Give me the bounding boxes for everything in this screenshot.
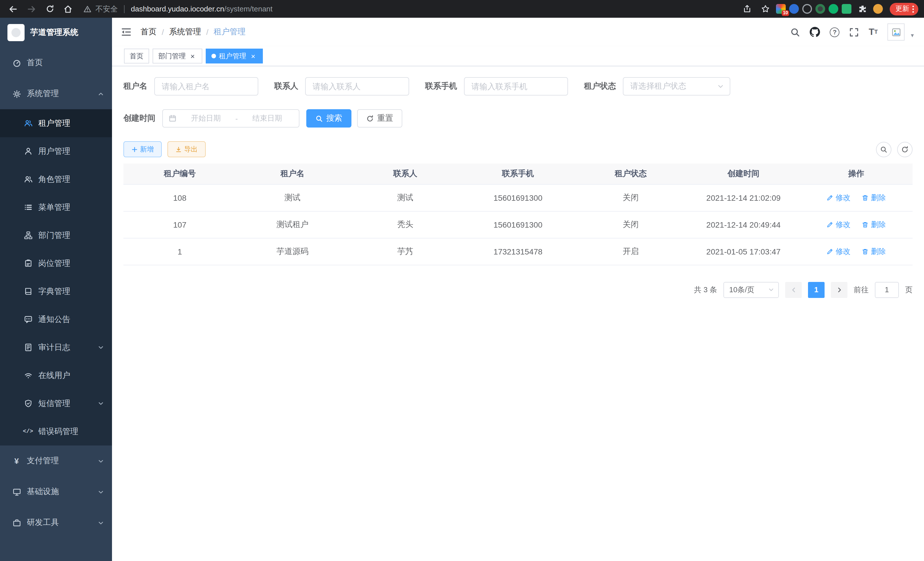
table-header-row: 租户编号 租户名 联系人 联系手机 租户状态 创建时间 操作 <box>123 164 913 184</box>
monitor-icon <box>12 487 21 496</box>
sidebar-item-online-users[interactable]: 在线用户 <box>0 361 112 390</box>
signal-icon <box>23 371 33 380</box>
close-icon[interactable]: × <box>249 52 257 60</box>
fullscreen-icon[interactable] <box>849 27 859 37</box>
edit-button[interactable]: 修改 <box>826 246 850 256</box>
delete-button[interactable]: 删除 <box>862 193 886 203</box>
edit-button[interactable]: 修改 <box>826 219 850 230</box>
bookmark-star-icon[interactable] <box>758 2 772 16</box>
tab-tenant[interactable]: 租户管理 × <box>206 49 263 63</box>
browser-profile-avatar[interactable] <box>873 4 883 14</box>
goto-page-input[interactable] <box>875 282 899 298</box>
font-size-icon[interactable]: TT <box>868 27 878 37</box>
sidebar-item-error-code[interactable]: </> 错误码管理 <box>0 417 112 445</box>
share-icon[interactable] <box>740 2 754 16</box>
delete-label: 删除 <box>871 193 886 203</box>
sidebar-item-label: 短信管理 <box>38 398 70 409</box>
page-size-value: 10条/页 <box>729 284 754 295</box>
prev-page-button[interactable] <box>785 282 802 298</box>
tenant-name-input[interactable] <box>154 77 258 96</box>
sidebar-item-label: 字典管理 <box>38 286 70 296</box>
extension-icon-2[interactable] <box>789 4 799 14</box>
github-icon[interactable] <box>810 27 820 37</box>
address-bar[interactable]: 不安全 dashboard.yudao.iocoder.cn/system/te… <box>83 4 273 14</box>
sidebar-item-label: 审计日志 <box>38 342 70 353</box>
home-icon[interactable] <box>61 2 75 16</box>
help-icon[interactable]: ? <box>830 27 839 37</box>
breadcrumb-system[interactable]: 系统管理 <box>169 27 201 37</box>
date-range-picker[interactable]: 开始日期 - 结束日期 <box>162 109 299 128</box>
edit-pencil-icon <box>826 221 833 228</box>
chevron-down-icon <box>98 458 104 464</box>
sidebar-item-system[interactable]: 系统管理 <box>0 78 112 109</box>
cell-tenant-name: 测试租户 <box>236 211 349 238</box>
page-1-button[interactable]: 1 <box>808 282 825 298</box>
column-header: 租户名 <box>236 164 349 184</box>
edit-button[interactable]: 修改 <box>826 193 850 203</box>
add-button[interactable]: 新增 <box>123 141 162 157</box>
sidebar-item-post[interactable]: 岗位管理 <box>0 249 112 277</box>
sidebar: 芋道管理系统 首页 系统管理 租户管理 <box>0 18 112 561</box>
log-document-icon <box>23 343 33 352</box>
extension-icon-5[interactable] <box>829 4 838 14</box>
page-size-select[interactable]: 10条/页 <box>723 282 779 298</box>
refresh-table-button[interactable] <box>897 141 913 157</box>
filter-status: 租户状态 请选择租户状态 <box>584 77 730 96</box>
sidebar-item-dict[interactable]: 字典管理 <box>0 277 112 305</box>
back-icon[interactable] <box>6 2 21 16</box>
reset-button[interactable]: 重置 <box>357 109 402 128</box>
browser-update-button[interactable]: 更新 <box>890 3 918 15</box>
search-button-label: 搜索 <box>326 113 342 123</box>
tab-home[interactable]: 首页 <box>124 49 149 63</box>
delete-label: 删除 <box>871 246 886 256</box>
forward-icon[interactable] <box>24 2 39 16</box>
delete-button[interactable]: 删除 <box>862 246 886 256</box>
extensions-puzzle-icon[interactable] <box>855 2 870 16</box>
gear-icon <box>12 89 21 98</box>
search-button[interactable]: 搜索 <box>306 109 351 128</box>
extension-icon-1[interactable]: 10 <box>776 4 786 14</box>
org-tree-icon <box>23 231 33 240</box>
reload-icon[interactable] <box>42 2 57 16</box>
sidebar-item-role[interactable]: 角色管理 <box>0 165 112 193</box>
sidebar-item-dept[interactable]: 部门管理 <box>0 221 112 249</box>
sidebar-item-menu[interactable]: 菜单管理 <box>0 193 112 221</box>
sidebar-item-label: 通知公告 <box>38 314 70 325</box>
phone-input[interactable] <box>464 77 568 96</box>
kebab-menu-icon <box>912 5 914 13</box>
sidebar-item-audit-log[interactable]: 审计日志 <box>0 333 112 361</box>
search-icon[interactable] <box>790 27 800 37</box>
yen-icon: ¥ <box>12 456 21 465</box>
close-icon[interactable]: × <box>189 52 196 60</box>
sidebar-item-infrastructure[interactable]: 基础设施 <box>0 476 112 507</box>
tab-dept[interactable]: 部门管理 × <box>153 49 202 63</box>
column-header: 操作 <box>800 164 913 184</box>
sidebar-item-payment[interactable]: ¥ 支付管理 <box>0 445 112 476</box>
avatar[interactable] <box>887 23 904 41</box>
contact-input[interactable] <box>305 77 409 96</box>
extension-icon-3[interactable] <box>802 4 812 14</box>
sidebar-item-dev-tools[interactable]: 研发工具 <box>0 507 112 538</box>
app-logo[interactable]: 芋道管理系统 <box>0 18 112 47</box>
sidebar-collapse-icon[interactable] <box>121 27 131 37</box>
extension-icon-4[interactable] <box>815 4 825 14</box>
sidebar-item-home[interactable]: 首页 <box>0 47 112 78</box>
broken-image-icon <box>892 28 900 36</box>
status-select[interactable]: 请选择租户状态 <box>623 77 730 96</box>
breadcrumb-home[interactable]: 首页 <box>141 27 157 37</box>
delete-button[interactable]: 删除 <box>862 219 886 230</box>
export-button[interactable]: 导出 <box>167 141 206 157</box>
tenant-users-icon <box>23 119 33 128</box>
sidebar-item-tenant[interactable]: 租户管理 <box>0 109 112 137</box>
toggle-search-button[interactable] <box>876 141 891 157</box>
caret-down-icon[interactable]: ▼ <box>910 33 915 41</box>
extension-icon-6[interactable] <box>842 4 851 14</box>
sidebar-item-notice[interactable]: 通知公告 <box>0 305 112 333</box>
sidebar-item-user[interactable]: 用户管理 <box>0 137 112 165</box>
next-page-button[interactable] <box>831 282 848 298</box>
sidebar-item-label: 租户管理 <box>38 118 70 128</box>
sidebar-item-sms[interactable]: 短信管理 <box>0 390 112 417</box>
toolbar-right <box>876 141 913 157</box>
cell-tenant-name: 芋道源码 <box>236 238 349 265</box>
plus-icon <box>131 146 138 152</box>
